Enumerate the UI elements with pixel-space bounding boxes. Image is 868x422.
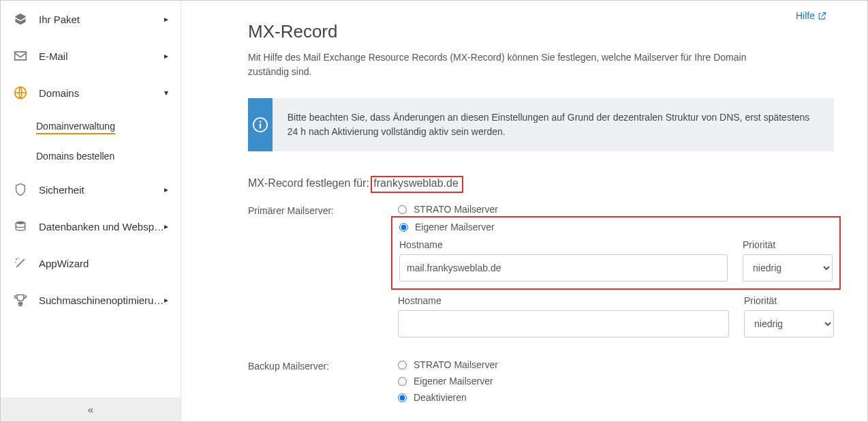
set-for-prefix: MX-Record festlegen für:	[248, 177, 369, 189]
chevron-right-icon: ▸	[164, 222, 168, 231]
radio-own-backup-input[interactable]	[398, 377, 407, 386]
primary-label: Primärer Mailserver:	[248, 204, 398, 347]
sidebar-item-email[interactable]: E-Mail ▸	[1, 37, 181, 74]
external-link-icon	[818, 12, 826, 20]
hostname-input-1[interactable]	[399, 254, 728, 282]
nav-label: Ihr Paket	[39, 14, 80, 25]
radio-label: STRATO Mailserver	[414, 359, 498, 370]
set-for-title: MX-Record festlegen für: frankysweblab.d…	[248, 176, 847, 193]
hostname-input-2[interactable]	[398, 310, 729, 337]
chevron-right-icon: ▸	[164, 14, 168, 24]
mail-icon	[13, 48, 28, 63]
hostname-label: Hostname	[398, 295, 729, 306]
sidebar-item-seo[interactable]: Suchmaschinenoptimieru… ▸	[1, 282, 181, 318]
domain-highlight: frankysweblab.de	[371, 176, 463, 193]
sidebar-item-datenbanken[interactable]: Datenbanken und Websp… ▸	[1, 208, 181, 245]
info-text: Bitte beachten Sie, dass Änderungen an d…	[273, 98, 834, 151]
nav-label: Suchmaschinenoptimieru…	[39, 295, 164, 306]
sidebar-item-domains[interactable]: Domains ▾	[1, 74, 181, 111]
trophy-icon	[13, 292, 28, 307]
page-intro: Mit Hilfe des Mail Exchange Resource Rec…	[248, 50, 786, 79]
radio-label: Eigener Mailserver	[415, 222, 495, 232]
sidebar-subitems: Domainverwaltung Domains bestellen	[1, 111, 181, 171]
package-icon	[13, 12, 28, 27]
nav-label: E-Mail	[39, 50, 68, 62]
sidebar: Ihr Paket ▸ E-Mail ▸ Domains ▾ Domainver…	[1, 1, 181, 421]
sidebar-item-sicherheit[interactable]: Sicherheit ▸	[1, 171, 181, 208]
database-icon	[13, 219, 28, 234]
radio-strato-input[interactable]	[398, 205, 407, 214]
priority-select-1[interactable]: niedrig	[743, 254, 833, 282]
magic-wand-icon	[13, 256, 28, 271]
radio-label: Eigener Mailserver	[414, 376, 493, 387]
nav-label: Datenbanken und Websp…	[39, 221, 164, 232]
radio-strato-backup-input[interactable]	[398, 361, 407, 370]
priority-select-2[interactable]: niedrig	[744, 310, 834, 337]
radio-label: STRATO Mailserver	[414, 204, 498, 215]
chevron-double-left-icon: «	[88, 404, 93, 415]
svg-point-1	[16, 222, 25, 225]
primary-mailserver-row: Primärer Mailserver: STRATO Mailserver E…	[248, 204, 847, 347]
backup-mailserver-row: Backup Mailserver: STRATO Mailserver Eig…	[248, 359, 847, 408]
chevron-down-icon: ▾	[164, 88, 168, 97]
chevron-right-icon: ▸	[164, 185, 168, 194]
info-box: Bitte beachten Sie, dass Änderungen an d…	[248, 98, 834, 151]
info-icon	[248, 98, 273, 151]
radio-own-input[interactable]	[399, 223, 408, 232]
sidebar-item-appwizard[interactable]: AppWizard	[1, 245, 181, 282]
chevron-right-icon: ▸	[164, 51, 168, 61]
priority-label: Priorität	[744, 295, 834, 306]
chevron-right-icon: ▸	[164, 295, 168, 305]
page-title: MX-Record	[248, 21, 847, 42]
radio-own-primary[interactable]: Eigener Mailserver	[399, 222, 833, 232]
help-label: Hilfe	[796, 10, 815, 21]
sidebar-sub-domainverwaltung[interactable]: Domainverwaltung	[36, 111, 181, 141]
radio-disable-backup-input[interactable]	[398, 393, 407, 402]
sidebar-item-paket[interactable]: Ihr Paket ▸	[1, 1, 181, 37]
backup-label: Backup Mailserver:	[248, 359, 398, 408]
sub-label: Domains bestellen	[36, 151, 114, 162]
radio-strato-backup[interactable]: STRATO Mailserver	[398, 359, 834, 370]
nav-label: Domains	[39, 87, 79, 99]
sidebar-collapse-button[interactable]: «	[1, 397, 181, 421]
radio-strato-primary[interactable]: STRATO Mailserver	[398, 204, 834, 215]
radio-disable-backup[interactable]: Deaktivieren	[398, 392, 834, 403]
own-mailserver-block-2: Hostname Priorität niedrig	[398, 295, 834, 337]
nav-label: Sicherheit	[39, 184, 84, 196]
radio-label: Deaktivieren	[414, 392, 467, 403]
own-mailserver-block-1: Eigener Mailserver Hostname Priorität ni…	[391, 216, 841, 290]
hostname-label: Hostname	[399, 239, 728, 250]
svg-rect-4	[260, 123, 261, 128]
svg-point-3	[260, 121, 262, 123]
globe-icon	[13, 85, 28, 100]
sub-label: Domainverwaltung	[36, 121, 115, 134]
shield-icon	[13, 182, 28, 197]
main-content: Hilfe MX-Record Mit Hilfe des Mail Excha…	[181, 1, 867, 421]
nav-label: AppWizard	[39, 258, 89, 269]
priority-label: Priorität	[743, 239, 833, 250]
help-link[interactable]: Hilfe	[796, 10, 826, 21]
radio-own-backup[interactable]: Eigener Mailserver	[398, 376, 834, 387]
sidebar-sub-domains-bestellen[interactable]: Domains bestellen	[36, 141, 181, 171]
